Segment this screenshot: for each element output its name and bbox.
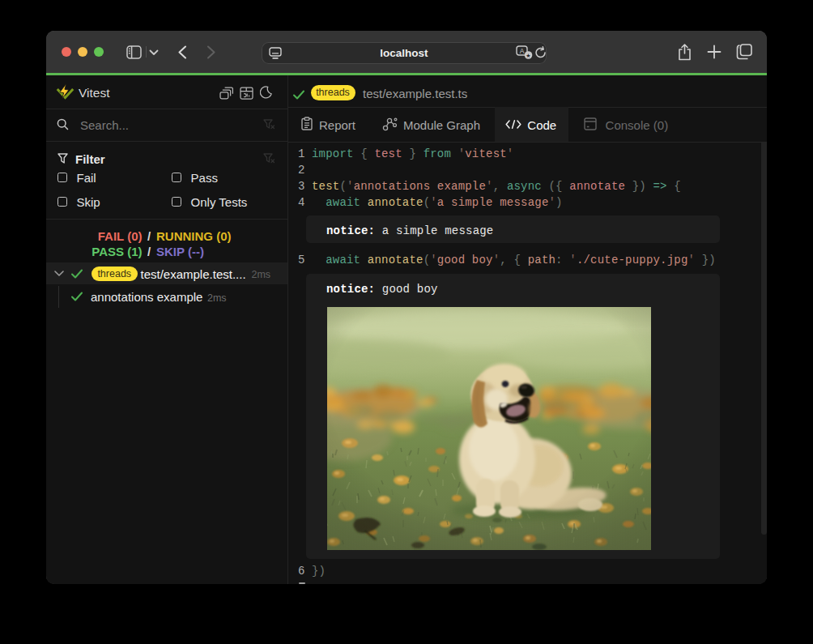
svg-text:A: A [520, 47, 525, 55]
svg-text:★: ★ [526, 53, 530, 58]
